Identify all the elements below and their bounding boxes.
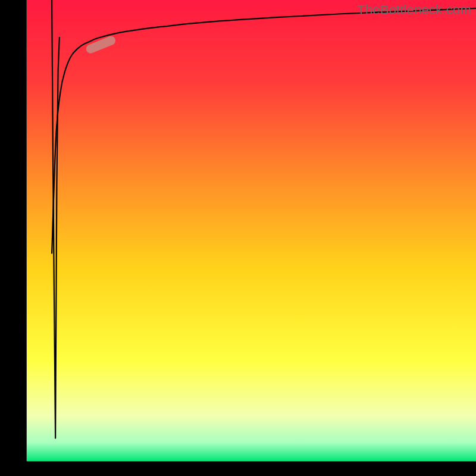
bottleneck-chart: [0, 0, 476, 476]
plot-background: [27, 0, 476, 461]
x-axis-band: [0, 461, 476, 476]
page-root: TheBottleneck.com: [0, 0, 476, 476]
watermark-text: TheBottleneck.com: [357, 2, 471, 18]
y-axis-band: [0, 0, 27, 476]
